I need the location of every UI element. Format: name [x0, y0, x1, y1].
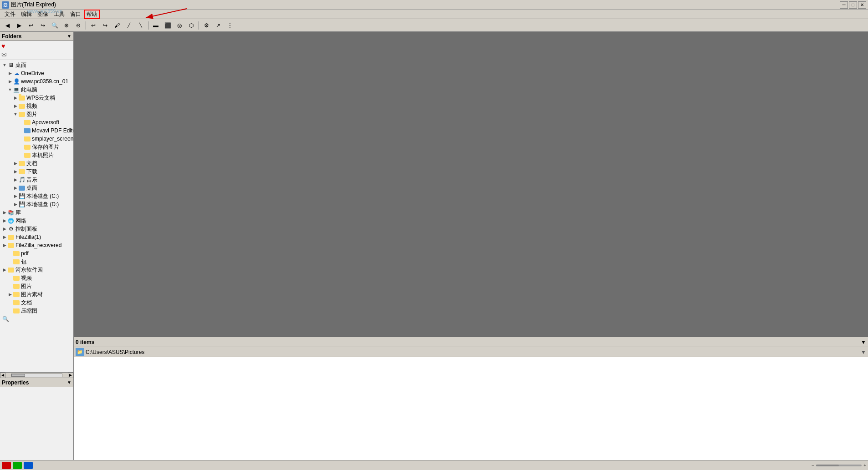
toolbar-pointer[interactable]: ↗: [213, 20, 224, 30]
tree-item-local-c[interactable]: ▶ 💾 本地磁盘 (C:): [0, 192, 73, 200]
tree-item-desktop2[interactable]: ▶ 桌面: [0, 184, 73, 192]
close-button[interactable]: ✕: [858, 1, 866, 9]
toggle-pictures[interactable]: ▼: [13, 111, 18, 117]
tree-item-filezilla1[interactable]: ▶ FileZilla(1): [0, 233, 73, 241]
toggle-locald[interactable]: ▶: [13, 202, 18, 207]
hscroll-right[interactable]: ▶: [68, 373, 73, 378]
onedrive-icon: ☁: [13, 70, 20, 77]
path-dropdown[interactable]: ▼: [861, 349, 866, 355]
file-list[interactable]: [74, 357, 868, 460]
tree-item-bao[interactable]: ▶ 包: [0, 258, 73, 266]
status-btn-red[interactable]: [2, 462, 11, 469]
zoom-slider-thumb[interactable]: [816, 465, 839, 466]
tree-item-filezilla-recovered[interactable]: ▶ FileZilla_recovered: [0, 241, 73, 249]
tree-item-network[interactable]: ▶ 🌐 网络: [0, 217, 73, 225]
favorites-heart-icon[interactable]: ♥: [1, 42, 5, 50]
tree-item-thispc[interactable]: ▼ 💻 此电脑: [0, 86, 73, 94]
toolbar-rotate-left[interactable]: ↩: [26, 20, 36, 30]
toggle-localc[interactable]: ▶: [13, 193, 18, 199]
tree-item-camera[interactable]: ▶ 本机照片: [0, 151, 73, 159]
toggle-desktop2[interactable]: ▶: [13, 185, 18, 191]
toggle-pic-material[interactable]: ▶: [7, 292, 13, 297]
status-btn-blue[interactable]: [24, 462, 33, 469]
tree-item-control[interactable]: ▶ ⚙ 控制面板: [0, 225, 73, 233]
tree-item-desktop[interactable]: ▼ 🖥 桌面: [0, 61, 73, 69]
toolbar-zoom-out[interactable]: ⊖: [73, 20, 84, 30]
toolbar-undo[interactable]: ↩: [88, 20, 99, 30]
hscroll-left[interactable]: ◀: [0, 373, 5, 378]
toolbar-zoom-in[interactable]: ⊕: [61, 20, 72, 30]
toggle-onedrive[interactable]: ▶: [7, 71, 13, 76]
tree-item-bottom-icon[interactable]: 🔍: [0, 315, 73, 323]
toolbar-line1[interactable]: ╱: [123, 20, 134, 30]
tree-item-compressed[interactable]: ▶ 压缩图: [0, 307, 73, 315]
toolbar-rect[interactable]: ▬: [150, 20, 161, 30]
tree-item-local-d[interactable]: ▶ 💾 本地磁盘 (D:): [0, 200, 73, 208]
toolbar-settings[interactable]: ⚙: [201, 20, 212, 30]
tree-item-music[interactable]: ▶ 🎵 音乐: [0, 176, 73, 184]
toolbar-rotate-right[interactable]: ↪: [37, 20, 48, 30]
tree-item-pics2[interactable]: ▶ 图片: [0, 282, 73, 290]
tree-item-docs[interactable]: ▶ 文档: [0, 159, 73, 167]
favorites-mail-icon[interactable]: ✉: [1, 51, 7, 58]
menu-image[interactable]: 图像: [35, 10, 51, 19]
toggle-videos[interactable]: ▶: [13, 103, 18, 109]
toggle-docs[interactable]: ▶: [13, 161, 18, 166]
toolbar-line2[interactable]: ╲: [135, 20, 146, 30]
toolbar-shape2[interactable]: ◎: [174, 20, 185, 30]
toggle-filezilla-r[interactable]: ▶: [2, 243, 7, 248]
toolbar-back[interactable]: ◀: [2, 20, 13, 30]
menu-tools[interactable]: 工具: [51, 10, 67, 19]
toggle-library[interactable]: ▶: [2, 210, 7, 215]
zoom-in-icon[interactable]: +: [863, 463, 866, 468]
maximize-button[interactable]: □: [849, 1, 857, 9]
toggle-hedong[interactable]: ▶: [2, 267, 7, 273]
sidebar-hscrollbar[interactable]: ◀ ▶: [0, 372, 73, 378]
tree-item-hedong[interactable]: ▶ 河东软件园: [0, 266, 73, 274]
menu-window[interactable]: 窗口: [67, 10, 84, 19]
toolbar-extra[interactable]: ⋮: [225, 20, 235, 30]
view-toggle[interactable]: ▼: [861, 339, 866, 345]
tree-item-onedrive[interactable]: ▶ ☁ OneDrive: [0, 69, 73, 77]
zoom-out-icon[interactable]: −: [812, 463, 814, 468]
toolbar-zoom[interactable]: 🔍: [49, 20, 60, 30]
tree-item-saved-pics[interactable]: ▶ 保存的图片: [0, 143, 73, 151]
hscroll-thumb[interactable]: [11, 374, 25, 377]
tree-item-pic-material[interactable]: ▶ 图片素材: [0, 290, 73, 298]
tree-item-library[interactable]: ▶ 📚 库: [0, 208, 73, 217]
toggle-filezilla1[interactable]: ▶: [2, 234, 7, 240]
menu-file[interactable]: 文件: [2, 10, 18, 19]
toggle-wps[interactable]: ▶: [13, 95, 18, 101]
tree-item-wps[interactable]: ▶ WPS云文档: [0, 94, 73, 102]
folder-tree-scroll[interactable]: ▼ 🖥 桌面 ▶ ☁ OneDrive ▶ 👤 www.pc0359.cn_01: [0, 60, 73, 372]
menu-edit[interactable]: 编辑: [18, 10, 35, 19]
tree-item-movavi[interactable]: ▶ Movavi PDF Edito: [0, 126, 73, 135]
minimize-button[interactable]: ─: [840, 1, 848, 9]
toolbar-redo[interactable]: ↪: [100, 20, 111, 30]
toolbar-shape1[interactable]: ⬛: [162, 20, 173, 30]
properties-collapse[interactable]: ▼: [67, 380, 71, 385]
tree-item-apowersoft[interactable]: ▶ Apowersoft: [0, 118, 73, 126]
toggle-control[interactable]: ▶: [2, 226, 7, 232]
toolbar-paint[interactable]: 🖌: [112, 20, 123, 30]
toolbar-shape3[interactable]: ⬡: [186, 20, 197, 30]
tree-item-pdf[interactable]: ▶ pdf: [0, 249, 73, 258]
tree-item-smplayer[interactable]: ▶ smplayer_screens: [0, 135, 73, 143]
zoom-slider-track[interactable]: [816, 465, 862, 466]
tree-item-videos[interactable]: ▶ 视频: [0, 102, 73, 110]
toggle-pcuser[interactable]: ▶: [7, 79, 13, 84]
toggle-music[interactable]: ▶: [13, 177, 18, 182]
sidebar-collapse[interactable]: ▼: [67, 34, 71, 39]
toolbar-forward[interactable]: ▶: [14, 20, 25, 30]
tree-item-pictures[interactable]: ▼ 图片: [0, 110, 73, 118]
toggle-desktop[interactable]: ▼: [2, 62, 7, 68]
tree-item-docs2[interactable]: ▶ 文档: [0, 298, 73, 307]
menu-help[interactable]: 帮助: [84, 10, 100, 19]
tree-item-pcuser[interactable]: ▶ 👤 www.pc0359.cn_01: [0, 77, 73, 86]
toggle-thispc[interactable]: ▼: [7, 87, 13, 92]
toggle-network[interactable]: ▶: [2, 218, 7, 223]
status-btn-green[interactable]: [13, 462, 22, 469]
tree-item-downloads[interactable]: ▶ 下载: [0, 167, 73, 176]
toggle-downloads[interactable]: ▶: [13, 169, 18, 174]
tree-item-videos2[interactable]: ▶ 视频: [0, 274, 73, 282]
